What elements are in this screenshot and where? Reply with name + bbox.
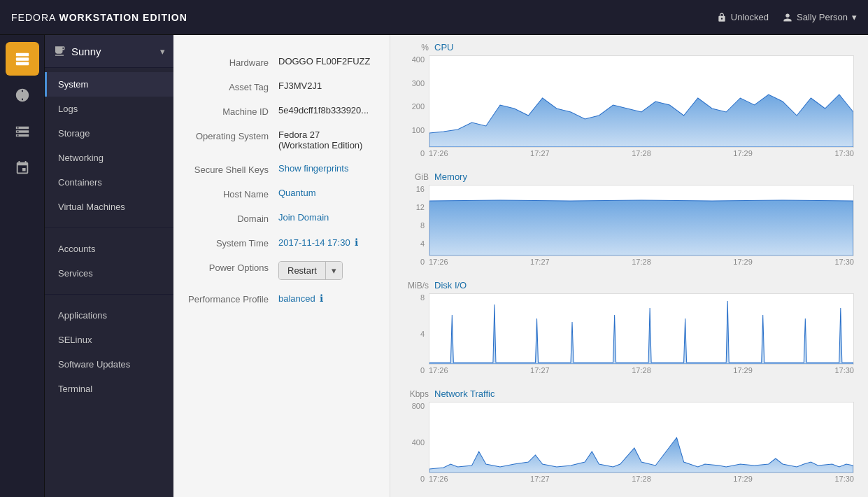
memory-chart-area (429, 185, 854, 256)
nav-item-terminal[interactable]: Terminal (45, 377, 173, 401)
network-chart-area (429, 402, 854, 473)
memory-chart-container: 16 12 8 4 0 1 (404, 185, 854, 266)
brand: FEDORA WORKSTATION EDITION (11, 12, 187, 23)
nav-item-virtual-machines[interactable]: Virtual Machines (45, 195, 173, 219)
icon-sidebar (0, 35, 45, 497)
hostname-label: Host Name (187, 188, 278, 200)
content-area: Hardware DOGGO FL00F2FUZZ Asset Tag FJ3M… (173, 35, 868, 497)
disk-chart-wrap: 17:26 17:27 17:28 17:29 17:30 (429, 293, 854, 374)
nav-section-admin: Accounts Services (45, 232, 173, 290)
cpu-chart-svg (429, 56, 853, 147)
profile-info-icon[interactable]: ℹ (320, 293, 323, 304)
nav-item-logs[interactable]: Logs (45, 97, 173, 121)
user-label: Sally Person (797, 12, 848, 22)
cpu-chart-wrap: 17:26 17:27 17:28 17:29 17:30 (429, 55, 854, 158)
network-unit: Kbps (404, 389, 429, 399)
svg-point-4 (26, 59, 27, 60)
cpu-unit: % (404, 43, 429, 52)
time-value: 2017-11-14 17:30 ℹ (278, 237, 376, 248)
network-chart-container: 800 400 0 17:26 17:27 (404, 402, 854, 483)
disk-chart-area (429, 293, 854, 365)
nav-divider-1 (45, 227, 173, 228)
info-panel: Hardware DOGGO FL00F2FUZZ Asset Tag FJ3M… (173, 35, 390, 497)
power-row: Power Options Restart ▾ (187, 261, 376, 280)
memory-unit: GiB (404, 172, 429, 182)
nav-item-accounts[interactable]: Accounts (45, 237, 173, 261)
time-row: System Time 2017-11-14 17:30 ℹ (187, 237, 376, 248)
restart-dropdown-button[interactable]: ▾ (326, 262, 342, 279)
time-link[interactable]: 2017-11-14 17:30 (278, 237, 350, 248)
nav-item-software-updates[interactable]: Software Updates (45, 352, 173, 377)
nav-item-applications[interactable]: Applications (45, 303, 173, 328)
asset-tag-label: Asset Tag (187, 80, 278, 92)
hardware-label: Hardware (187, 56, 278, 68)
machine-id-row: Machine ID 5e49dcff1f8b333920... (187, 105, 376, 117)
disk-chart-section: MiB/s Disk I/O 8 4 0 (404, 280, 854, 374)
restart-main-button[interactable]: Restart (279, 262, 326, 279)
disk-unit: MiB/s (404, 281, 429, 290)
main-layout: Sunny ▾ System Logs Storage Networking C… (0, 35, 868, 497)
network-x-axis: 17:26 17:27 17:28 17:29 17:30 (429, 475, 854, 483)
sidebar-icon-storage[interactable] (6, 115, 39, 148)
svg-marker-6 (429, 94, 853, 147)
cpu-title: CPU (434, 42, 453, 52)
os-row: Operating System Fedora 27 (Workstation … (187, 130, 376, 150)
nav-item-services[interactable]: Services (45, 261, 173, 286)
nav-item-selinux[interactable]: SELinux (45, 328, 173, 352)
domain-join-link[interactable]: Join Domain (278, 212, 329, 223)
nav-section-tools: Applications SELinux Software Updates Te… (45, 299, 173, 405)
network-chart-wrap: 17:26 17:27 17:28 17:29 17:30 (429, 402, 854, 483)
restart-button-group: Restart ▾ (278, 261, 343, 280)
network-chart-header: Kbps Network Traffic (404, 388, 854, 399)
nav-host-label: Sunny (71, 46, 155, 57)
svg-marker-7 (429, 200, 853, 255)
ssh-value: Show fingerprints (278, 163, 376, 174)
profile-link[interactable]: balanced (278, 293, 315, 304)
nav-chevron: ▾ (160, 46, 165, 57)
nav-host-header[interactable]: Sunny ▾ (45, 35, 173, 68)
unlock-status: Unlocked (717, 12, 769, 22)
disk-y-axis: 8 4 0 (404, 293, 429, 374)
hostname-link[interactable]: Quantum (278, 188, 315, 198)
power-value: Restart ▾ (278, 261, 376, 280)
right-controls: Unlocked Sally Person ▾ (717, 12, 857, 22)
time-label: System Time (187, 237, 278, 248)
disk-chart-svg (429, 294, 853, 364)
nav-item-system[interactable]: System (45, 72, 173, 97)
hardware-value: DOGGO FL00F2FUZZ (278, 56, 376, 66)
memory-chart-wrap: 17:26 17:27 17:28 17:29 17:30 (429, 185, 854, 266)
nav-item-networking[interactable]: Networking (45, 146, 173, 170)
os-value: Fedora 27 (Workstation Edition) (278, 130, 376, 150)
sidebar-icon-containers[interactable] (6, 151, 39, 185)
brand-text: FEDORA WORKSTATION EDITION (11, 12, 187, 23)
domain-value: Join Domain (278, 212, 376, 223)
host-icon (53, 45, 66, 57)
svg-marker-8 (429, 301, 853, 364)
cpu-chart-section: % CPU 400 300 200 100 0 (404, 42, 854, 158)
nav-item-storage[interactable]: Storage (45, 121, 173, 146)
topbar: FEDORA WORKSTATION EDITION Unlocked Sall… (0, 0, 868, 35)
network-title: Network Traffic (434, 388, 495, 399)
nav-section-main: System Logs Storage Networking Container… (45, 68, 173, 223)
user-info[interactable]: Sally Person ▾ (783, 12, 857, 22)
memory-y-axis: 16 12 8 4 0 (404, 185, 429, 266)
charts-panel: % CPU 400 300 200 100 0 (390, 35, 868, 497)
time-info-icon[interactable]: ℹ (355, 237, 358, 248)
hostname-value: Quantum (278, 188, 376, 198)
user-chevron: ▾ (852, 12, 857, 22)
os-label: Operating System (187, 130, 278, 141)
memory-chart-svg (429, 186, 853, 255)
profile-value: balanced ℹ (278, 293, 376, 304)
svg-marker-9 (429, 438, 853, 472)
memory-title: Memory (434, 172, 467, 182)
ssh-fingerprints-link[interactable]: Show fingerprints (278, 163, 348, 174)
profile-label: Performance Profile (187, 293, 278, 304)
disk-chart-header: MiB/s Disk I/O (404, 280, 854, 290)
sidebar-icon-server[interactable] (6, 42, 39, 76)
profile-container: balanced ℹ (278, 293, 376, 304)
network-y-axis: 800 400 0 (404, 402, 429, 483)
svg-point-3 (26, 54, 27, 55)
sidebar-icon-dashboard[interactable] (6, 78, 39, 112)
nav-item-containers[interactable]: Containers (45, 170, 173, 195)
network-chart-svg (429, 402, 853, 472)
